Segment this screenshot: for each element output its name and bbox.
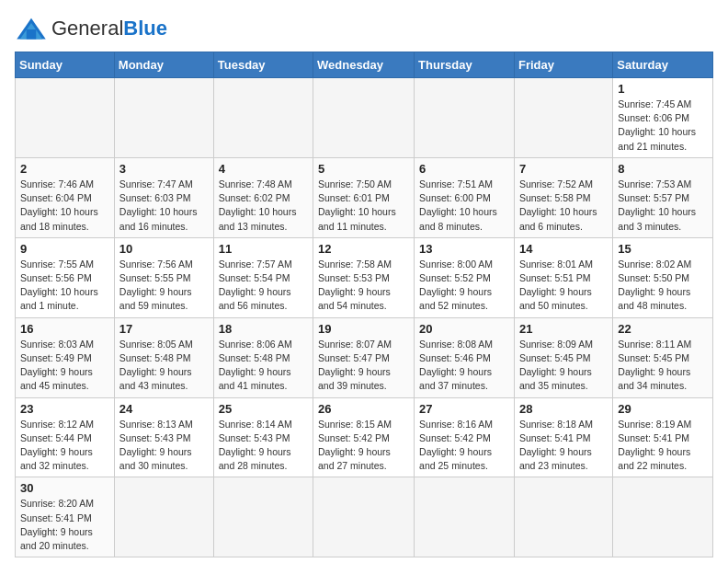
- day-info: Sunrise: 8:09 AM Sunset: 5:45 PM Dayligh…: [519, 338, 608, 394]
- day-info: Sunrise: 8:20 AM Sunset: 5:41 PM Dayligh…: [20, 497, 109, 553]
- day-number: 13: [419, 242, 509, 256]
- svg-rect-2: [27, 29, 37, 40]
- day-info: Sunrise: 8:13 AM Sunset: 5:43 PM Dayligh…: [119, 418, 209, 474]
- day-number: 18: [219, 322, 308, 336]
- day-number: 21: [519, 322, 608, 336]
- day-number: 7: [519, 162, 608, 176]
- calendar-cell: 3Sunrise: 7:47 AM Sunset: 6:03 PM Daylig…: [114, 157, 213, 237]
- calendar-cell: 13Sunrise: 8:00 AM Sunset: 5:52 PM Dayli…: [415, 237, 515, 317]
- calendar-cell: 19Sunrise: 8:07 AM Sunset: 5:47 PM Dayli…: [313, 317, 415, 397]
- day-number: 24: [119, 402, 209, 416]
- day-number: 28: [519, 402, 608, 416]
- day-number: 12: [318, 242, 409, 256]
- day-info: Sunrise: 7:53 AM Sunset: 5:57 PM Dayligh…: [618, 178, 708, 234]
- calendar-cell: 6Sunrise: 7:51 AM Sunset: 6:00 PM Daylig…: [415, 157, 515, 237]
- calendar-cell: 4Sunrise: 7:48 AM Sunset: 6:02 PM Daylig…: [213, 157, 313, 237]
- day-info: Sunrise: 8:14 AM Sunset: 5:43 PM Dayligh…: [219, 418, 308, 474]
- logo-icon: [15, 17, 48, 42]
- day-info: Sunrise: 7:47 AM Sunset: 6:03 PM Dayligh…: [119, 178, 209, 234]
- calendar-cell: 11Sunrise: 7:57 AM Sunset: 5:54 PM Dayli…: [213, 237, 313, 317]
- day-number: 4: [219, 162, 308, 176]
- day-info: Sunrise: 7:48 AM Sunset: 6:02 PM Dayligh…: [219, 178, 308, 234]
- day-header-friday: Friday: [514, 52, 612, 78]
- day-number: 27: [419, 402, 509, 416]
- day-number: 17: [119, 322, 209, 336]
- calendar-cell: 22Sunrise: 8:11 AM Sunset: 5:45 PM Dayli…: [613, 317, 713, 397]
- day-number: 15: [618, 242, 708, 256]
- day-info: Sunrise: 8:05 AM Sunset: 5:48 PM Dayligh…: [119, 338, 209, 394]
- calendar-cell: 5Sunrise: 7:50 AM Sunset: 6:01 PM Daylig…: [313, 157, 415, 237]
- day-info: Sunrise: 8:15 AM Sunset: 5:42 PM Dayligh…: [318, 418, 409, 474]
- calendar-cell: 10Sunrise: 7:56 AM Sunset: 5:55 PM Dayli…: [114, 237, 213, 317]
- day-number: 10: [119, 242, 209, 256]
- calendar-cell: 29Sunrise: 8:19 AM Sunset: 5:41 PM Dayli…: [613, 397, 713, 477]
- day-number: 20: [419, 322, 509, 336]
- calendar-cell: 12Sunrise: 7:58 AM Sunset: 5:53 PM Dayli…: [313, 237, 415, 317]
- calendar-cell: [613, 477, 713, 557]
- day-number: 14: [519, 242, 608, 256]
- calendar-cell: [213, 78, 313, 158]
- calendar-cell: 17Sunrise: 8:05 AM Sunset: 5:48 PM Dayli…: [114, 317, 213, 397]
- day-header-sunday: Sunday: [16, 52, 115, 78]
- day-number: 30: [20, 481, 109, 495]
- calendar-week-row: 30Sunrise: 8:20 AM Sunset: 5:41 PM Dayli…: [16, 477, 713, 557]
- calendar-cell: 7Sunrise: 7:52 AM Sunset: 5:58 PM Daylig…: [514, 157, 612, 237]
- day-info: Sunrise: 8:19 AM Sunset: 5:41 PM Dayligh…: [618, 418, 708, 474]
- calendar-week-row: 1Sunrise: 7:45 AM Sunset: 6:06 PM Daylig…: [16, 78, 713, 158]
- day-info: Sunrise: 8:02 AM Sunset: 5:50 PM Dayligh…: [618, 258, 708, 314]
- day-number: 6: [419, 162, 509, 176]
- day-number: 3: [119, 162, 209, 176]
- day-number: 25: [219, 402, 308, 416]
- calendar-cell: [514, 78, 612, 158]
- day-number: 16: [20, 322, 109, 336]
- day-info: Sunrise: 8:16 AM Sunset: 5:42 PM Dayligh…: [419, 418, 509, 474]
- day-number: 19: [318, 322, 409, 336]
- day-number: 22: [618, 322, 708, 336]
- calendar-cell: 28Sunrise: 8:18 AM Sunset: 5:41 PM Dayli…: [514, 397, 612, 477]
- calendar-cell: 8Sunrise: 7:53 AM Sunset: 5:57 PM Daylig…: [613, 157, 713, 237]
- day-info: Sunrise: 7:57 AM Sunset: 5:54 PM Dayligh…: [219, 258, 308, 314]
- calendar-cell: 23Sunrise: 8:12 AM Sunset: 5:44 PM Dayli…: [16, 397, 115, 477]
- calendar-cell: 18Sunrise: 8:06 AM Sunset: 5:48 PM Dayli…: [213, 317, 313, 397]
- day-info: Sunrise: 7:58 AM Sunset: 5:53 PM Dayligh…: [318, 258, 409, 314]
- calendar-cell: 14Sunrise: 8:01 AM Sunset: 5:51 PM Dayli…: [514, 237, 612, 317]
- day-info: Sunrise: 7:50 AM Sunset: 6:01 PM Dayligh…: [318, 178, 409, 234]
- header: GeneralBlue: [15, 15, 713, 42]
- page: GeneralBlue SundayMondayTuesdayWednesday…: [0, 0, 728, 563]
- calendar-table: SundayMondayTuesdayWednesdayThursdayFrid…: [15, 52, 713, 557]
- logo-text: GeneralBlue: [51, 17, 167, 40]
- calendar-cell: [313, 477, 415, 557]
- day-info: Sunrise: 7:45 AM Sunset: 6:06 PM Dayligh…: [618, 98, 708, 154]
- day-info: Sunrise: 7:51 AM Sunset: 6:00 PM Dayligh…: [419, 178, 509, 234]
- calendar-cell: [514, 477, 612, 557]
- day-number: 1: [618, 82, 708, 96]
- calendar-cell: [313, 78, 415, 158]
- calendar-cell: 30Sunrise: 8:20 AM Sunset: 5:41 PM Dayli…: [16, 477, 115, 557]
- day-number: 2: [20, 162, 109, 176]
- calendar-week-row: 23Sunrise: 8:12 AM Sunset: 5:44 PM Dayli…: [16, 397, 713, 477]
- day-number: 9: [20, 242, 109, 256]
- day-info: Sunrise: 7:55 AM Sunset: 5:56 PM Dayligh…: [20, 258, 109, 314]
- calendar-week-row: 2Sunrise: 7:46 AM Sunset: 6:04 PM Daylig…: [16, 157, 713, 237]
- day-header-monday: Monday: [114, 52, 213, 78]
- day-number: 26: [318, 402, 409, 416]
- day-info: Sunrise: 7:56 AM Sunset: 5:55 PM Dayligh…: [119, 258, 209, 314]
- day-info: Sunrise: 8:07 AM Sunset: 5:47 PM Dayligh…: [318, 338, 409, 394]
- calendar-cell: 26Sunrise: 8:15 AM Sunset: 5:42 PM Dayli…: [313, 397, 415, 477]
- day-info: Sunrise: 7:52 AM Sunset: 5:58 PM Dayligh…: [519, 178, 608, 234]
- calendar-cell: 2Sunrise: 7:46 AM Sunset: 6:04 PM Daylig…: [16, 157, 115, 237]
- calendar-cell: [114, 78, 213, 158]
- calendar-cell: [16, 78, 115, 158]
- calendar-cell: [213, 477, 313, 557]
- day-info: Sunrise: 8:03 AM Sunset: 5:49 PM Dayligh…: [20, 338, 109, 394]
- calendar-cell: [114, 477, 213, 557]
- calendar-cell: [415, 78, 515, 158]
- day-info: Sunrise: 8:06 AM Sunset: 5:48 PM Dayligh…: [219, 338, 308, 394]
- calendar-cell: [415, 477, 515, 557]
- day-info: Sunrise: 8:00 AM Sunset: 5:52 PM Dayligh…: [419, 258, 509, 314]
- calendar-week-row: 9Sunrise: 7:55 AM Sunset: 5:56 PM Daylig…: [16, 237, 713, 317]
- logo: GeneralBlue: [15, 15, 167, 42]
- day-header-wednesday: Wednesday: [313, 52, 415, 78]
- day-info: Sunrise: 7:46 AM Sunset: 6:04 PM Dayligh…: [20, 178, 109, 234]
- calendar-week-row: 16Sunrise: 8:03 AM Sunset: 5:49 PM Dayli…: [16, 317, 713, 397]
